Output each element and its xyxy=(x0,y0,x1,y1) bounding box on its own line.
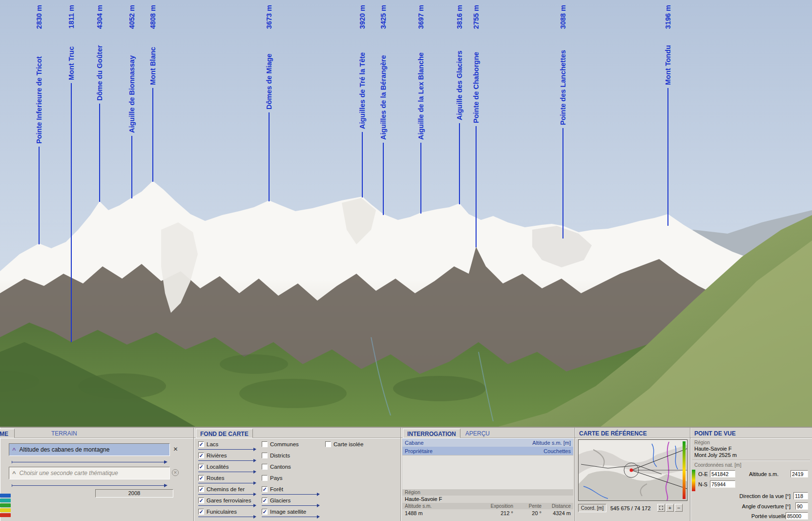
region-value: Haute-Savoie F xyxy=(402,496,573,502)
peak-label: Aiguilles de la Bérangère3425 m xyxy=(379,5,388,140)
layer-localit-s[interactable]: ✓Localités xyxy=(198,462,260,474)
stat-label: Distance xyxy=(541,503,571,509)
checkbox-checked-icon[interactable]: ✓ xyxy=(262,498,268,503)
panorama-view[interactable]: Pointe Inferieure de Tricot2830 mMont Tr… xyxy=(0,0,812,427)
layer-pays[interactable]: Pays xyxy=(261,474,324,485)
layer-opacity-slider[interactable] xyxy=(262,505,317,506)
peak-altitude: 3196 m xyxy=(664,5,672,29)
altitude-colorbar xyxy=(692,470,695,491)
layer-lacs[interactable]: ✓Lacs xyxy=(198,440,260,451)
close-icon[interactable]: ✕ xyxy=(172,446,179,453)
viewpoint-title: POINT DE VUE xyxy=(694,430,736,437)
layer-opacity-slider[interactable] xyxy=(262,517,317,517)
tab-apercu[interactable]: APERÇU xyxy=(465,430,490,437)
checkbox-checked-icon[interactable]: ✓ xyxy=(262,509,268,515)
layer-opacity-slider[interactable] xyxy=(198,483,253,483)
layer-label: Lacs xyxy=(207,441,218,447)
query-header-row-1[interactable]: Cabane Altitude s.m. [m] xyxy=(402,438,573,447)
visual-range-input[interactable]: 85000 xyxy=(786,512,808,520)
peak-altitude: 3697 m xyxy=(417,5,425,29)
checkbox-unchecked-icon[interactable] xyxy=(262,441,268,447)
tab-theme[interactable]: THÈME xyxy=(0,429,15,438)
query-header-strip: INTERROGATION APERÇU xyxy=(401,428,575,438)
checkbox-checked-icon[interactable]: ✓ xyxy=(198,441,204,447)
peak-name: Mont Tondu xyxy=(664,45,672,85)
query-section: INTERROGATION APERÇU Cabane Altitude s.m… xyxy=(401,428,575,521)
basemap-section: FOND DE CARTE ✓Lacs✓Rivières✓Localités✓R… xyxy=(194,428,401,521)
layer-chemins-de-fer[interactable]: ✓Chemins de fer xyxy=(198,485,260,496)
national-coords-label: Coordonnées nat. [m] xyxy=(694,462,741,468)
layer-cantons[interactable]: Cantons xyxy=(261,462,324,474)
layer-funiculaires[interactable]: ✓Funiculaires xyxy=(198,507,260,519)
ns-input[interactable]: 75944 xyxy=(710,480,735,488)
refmap-title: CARTE DE RÉFÉRENCE xyxy=(579,430,647,437)
query-header-row-2[interactable]: Propriétaire Couchettes xyxy=(402,447,573,455)
checkbox-checked-icon[interactable]: ✓ xyxy=(198,498,204,503)
checkbox-unchecked-icon[interactable] xyxy=(262,475,268,481)
layer-carte-isol-e[interactable]: Carte isolée xyxy=(325,440,387,451)
layer-opacity-slider[interactable] xyxy=(198,449,253,450)
aperture-angle-label: Angle d'ouverture [°] xyxy=(742,503,791,509)
query-col-altitude: Altitude s.m. [m] xyxy=(532,440,571,446)
tab-interrogation[interactable]: INTERROGATION xyxy=(403,429,460,438)
layer-opacity-slider[interactable] xyxy=(198,460,253,461)
tab-terrain[interactable]: TERRAIN xyxy=(51,430,77,437)
coord-value: 545 675 / 74 172 xyxy=(610,505,651,511)
checkbox-unchecked-icon[interactable] xyxy=(325,441,331,447)
peak-altitude: 3673 m xyxy=(265,5,273,29)
fullscreen-icon[interactable] xyxy=(657,504,665,512)
theme-map-select[interactable]: ^ Altitude des cabanes de montagne xyxy=(9,443,170,456)
peak-altitude: 3920 m xyxy=(358,5,367,29)
layer-for-t[interactable]: ✓Forêt xyxy=(261,485,324,496)
layer-opacity-slider[interactable] xyxy=(198,472,253,472)
clear-circle-icon[interactable]: ✕ xyxy=(172,469,179,476)
query-result-list[interactable] xyxy=(402,455,573,489)
checkbox-checked-icon[interactable]: ✓ xyxy=(198,464,204,470)
layer-opacity-slider[interactable] xyxy=(198,517,253,517)
coord-button[interactable]: Coord. [m] xyxy=(578,504,606,512)
checkbox-unchecked-icon[interactable] xyxy=(262,453,268,458)
layer-gares-ferroviaires[interactable]: ✓Gares ferroviaires xyxy=(198,496,260,507)
peak-altitude: 2830 m xyxy=(35,5,43,29)
checkbox-unchecked-icon[interactable] xyxy=(262,464,268,470)
layer-column-3: Carte isolée xyxy=(325,440,387,451)
viewpoint-altitude-input[interactable]: 2419 xyxy=(791,470,808,478)
stat-label: Pente xyxy=(513,503,541,509)
layer-image-satellite[interactable]: ✓Image satellite xyxy=(261,507,324,519)
checkbox-checked-icon[interactable]: ✓ xyxy=(198,453,204,458)
layer-opacity-slider[interactable] xyxy=(198,494,253,495)
layer-label: Cantons xyxy=(270,463,291,470)
checkbox-checked-icon[interactable]: ✓ xyxy=(198,475,204,481)
view-direction-input[interactable]: 118 xyxy=(793,492,808,499)
layer-label: Rivières xyxy=(207,452,227,458)
layer-opacity-slider[interactable] xyxy=(262,494,317,495)
layer-routes[interactable]: ✓Routes xyxy=(198,474,260,485)
layer-opacity-slider[interactable] xyxy=(198,505,253,506)
theme-opacity-slider[interactable] xyxy=(12,462,164,462)
year-slider[interactable] xyxy=(12,485,164,486)
zoom-out-icon[interactable]: − xyxy=(675,504,683,512)
peak-name: Dômes de Miage xyxy=(265,54,273,109)
zoom-in-icon[interactable]: + xyxy=(666,504,674,512)
chevron-up-icon: ^ xyxy=(12,446,16,454)
query-col-proprietaire: Propriétaire xyxy=(405,448,433,454)
checkbox-checked-icon[interactable]: ✓ xyxy=(198,509,204,515)
layer-rivi-res[interactable]: ✓Rivières xyxy=(198,451,260,462)
peak-label: Aiguille des Glaciers3816 m xyxy=(456,5,464,120)
control-panel: THÈME TERRAIN ^ Altitude des cabanes de … xyxy=(0,427,812,521)
peak-label: Mont Truc1811 m xyxy=(67,5,76,80)
checkbox-checked-icon[interactable]: ✓ xyxy=(262,486,268,492)
layer-communes[interactable]: Communes xyxy=(261,440,324,451)
layer-glaciers[interactable]: ✓Glaciers xyxy=(261,496,324,507)
checkbox-checked-icon[interactable]: ✓ xyxy=(198,486,204,492)
layer-districts[interactable]: Districts xyxy=(261,451,324,462)
aperture-angle-input[interactable]: 90 xyxy=(795,502,808,510)
stat-value: 4324 m xyxy=(541,510,571,516)
basemap-title: FOND DE CARTE xyxy=(196,429,253,438)
reference-map[interactable] xyxy=(578,439,687,501)
viewpoint-summit-value: Mont Joly 2525 m xyxy=(694,452,737,458)
second-theme-select[interactable]: ^ Choisir une seconde carte thématique xyxy=(9,467,170,479)
ns-label: N-S xyxy=(698,481,708,487)
peak-label: Pointe de Chaborgne2755 m xyxy=(472,5,480,123)
oe-input[interactable]: 541842 xyxy=(710,470,735,478)
